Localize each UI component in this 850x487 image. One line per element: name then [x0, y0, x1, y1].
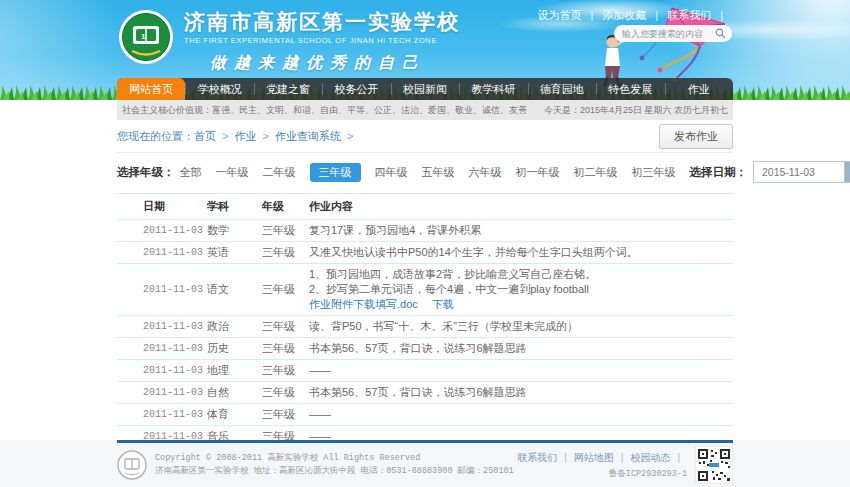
- cell-date: 2011-11-03: [117, 316, 207, 338]
- footer-link[interactable]: 校园动态: [630, 451, 687, 465]
- cell-date: 2011-11-03: [117, 382, 207, 404]
- footer-logo-icon: [117, 450, 147, 480]
- breadcrumb-link[interactable]: 作业查询系统: [275, 130, 359, 142]
- nav-item[interactable]: 教学科研: [459, 78, 527, 100]
- date-filter: 选择日期： 2015-11-03 ▼: [690, 161, 850, 183]
- table-row: 2011-11-03 自然 三年级 书本第56、57页，背口诀，说练习6解题思路: [117, 382, 733, 404]
- cell-content: 书本第56、57页，背口诀，说练习6解题思路: [309, 338, 733, 360]
- school-logo-icon: 1: [118, 9, 174, 65]
- search-input[interactable]: [620, 28, 715, 40]
- filter-row: 选择年级： 全部一年级二年级三年级四年级五年级六年级初一年级初二年级初三年级 选…: [117, 153, 733, 191]
- grade-filter[interactable]: 五年级: [422, 165, 455, 180]
- main-nav: 网站首页学校概况党建之窗校务公开校园新闻教学科研德育园地特色发展作业: [117, 78, 733, 100]
- nav-item[interactable]: 特色发展: [596, 78, 664, 100]
- homework-content: 书本第56、57页，背口诀，说练习6解题思路: [309, 385, 733, 400]
- homework-content: 1、预习园地四，成语故事2背，抄比喻意义写自己座右铭。2、抄写第二单元词语，每个…: [309, 267, 733, 297]
- homework-content: 又准又快地认读书中P50的14个生字，并给每个生字口头组两个词。: [309, 245, 733, 260]
- cell-grade: 三年级: [262, 404, 309, 426]
- cell-subject: 英语: [207, 242, 262, 264]
- homework-content: 书本第56、57页，背口诀，说练习6解题思路: [309, 341, 733, 356]
- footer-links: 联系我们网站地图校园动态: [517, 451, 687, 465]
- main-content: 您现在的位置：首页作业作业查询系统 发布作业 选择年级： 全部一年级二年级三年级…: [117, 120, 733, 448]
- nav-item[interactable]: 校务公开: [322, 78, 390, 100]
- homework-content: 读、背P50，书写“十、木、禾”三行（学校里未完成的）: [309, 319, 733, 334]
- breadcrumb-link[interactable]: 作业: [234, 130, 274, 142]
- cell-grade: 三年级: [262, 316, 309, 338]
- col-header-subject: 学科: [207, 194, 262, 220]
- date-select[interactable]: 2015-11-03 ▼: [753, 161, 850, 183]
- grade-filter[interactable]: 三年级: [310, 163, 361, 182]
- grade-filter[interactable]: 二年级: [263, 165, 296, 180]
- grade-filter[interactable]: 初一年级: [516, 165, 560, 180]
- footer-link[interactable]: 网站地图: [574, 451, 631, 465]
- nav-item[interactable]: 学校概况: [185, 78, 253, 100]
- cell-grade: 三年级: [262, 242, 309, 264]
- nav-item[interactable]: 网站首页: [117, 78, 185, 100]
- topbar-link[interactable]: 设为首页: [537, 8, 602, 23]
- cell-content: 又准又快地认读书中P50的14个生字，并给每个生字口头组两个词。: [309, 242, 733, 264]
- site-banner: 设为首页添加收藏联系我们 1 济南市高新区第一实验学校 THE FIRST E: [0, 0, 850, 100]
- cell-subject: 地理: [207, 360, 262, 382]
- school-slogan: 做越来越优秀的自己: [210, 53, 460, 74]
- cell-subject: 体育: [207, 404, 262, 426]
- cell-content: 复习17课，预习园地4，背课外积累: [309, 220, 733, 242]
- attachment-link[interactable]: 作业附件下载填写.doc: [309, 298, 418, 310]
- cell-subject: 历史: [207, 338, 262, 360]
- grade-filter[interactable]: 初二年级: [574, 165, 618, 180]
- chevron-down-icon[interactable]: ▼: [844, 162, 850, 182]
- cell-content: ——: [309, 360, 733, 382]
- copyright: Copyright © 2008-2011 高新实验学校 All Rights …: [155, 452, 514, 478]
- nav-item[interactable]: 德育园地: [528, 78, 596, 100]
- cell-subject: 政治: [207, 316, 262, 338]
- school-name: 济南市高新区第一实验学校: [184, 9, 460, 35]
- cell-subject: 语文: [207, 264, 262, 316]
- topbar-link[interactable]: 添加收藏: [602, 8, 667, 23]
- homework-content: 复习17课，预习园地4，背课外积累: [309, 223, 733, 238]
- table-row: 2011-11-03 地理 三年级 ——: [117, 360, 733, 382]
- date-select-value: 2015-11-03: [754, 162, 844, 182]
- values-bar: 社会主义核心价值观：富强、民主、文明、和谐、自由、平等、公正、法治、爱国、敬业、…: [117, 100, 733, 120]
- core-values-text: 社会主义核心价值观：富强、民主、文明、和谐、自由、平等、公正、法治、爱国、敬业、…: [122, 104, 527, 117]
- table-row: 2011-11-03 体育 三年级 ——: [117, 404, 733, 426]
- today-date: 今天是：2015年4月25日 星期六 农历七月初七: [544, 104, 728, 117]
- cell-date: 2011-11-03: [117, 338, 207, 360]
- nav-item[interactable]: 校园新闻: [391, 78, 459, 100]
- grade-filter-label: 选择年级：: [117, 165, 175, 180]
- col-header-date: 日期: [117, 194, 207, 220]
- date-filter-label: 选择日期：: [690, 165, 748, 180]
- footer-link[interactable]: 联系我们: [517, 451, 574, 465]
- nav-item[interactable]: 作业: [665, 78, 733, 100]
- footer: Copyright © 2008-2011 高新实验学校 All Rights …: [0, 440, 850, 487]
- search-icon[interactable]: [715, 28, 726, 39]
- cell-date: 2011-11-03: [117, 242, 207, 264]
- grade-filter[interactable]: 一年级: [216, 165, 249, 180]
- breadcrumb-link[interactable]: 首页: [194, 130, 234, 142]
- breadcrumb-row: 您现在的位置：首页作业作业查询系统 发布作业: [117, 120, 733, 153]
- grade-filter[interactable]: 全部: [180, 165, 202, 180]
- col-header-content: 作业内容: [309, 194, 733, 220]
- cell-content: ——: [309, 404, 733, 426]
- cell-grade: 三年级: [262, 220, 309, 242]
- search-box[interactable]: [614, 25, 732, 42]
- table-row: 2011-11-03 历史 三年级 书本第56、57页，背口诀，说练习6解题思路: [117, 338, 733, 360]
- cell-date: 2011-11-03: [117, 404, 207, 426]
- cell-grade: 三年级: [262, 264, 309, 316]
- school-name-en: THE FIRST EXPERIMENTAL SCHOOL OF JINAN H…: [184, 36, 460, 45]
- grade-filter-list: 全部一年级二年级三年级四年级五年级六年级初一年级初二年级初三年级: [180, 163, 690, 182]
- cell-subject: 数学: [207, 220, 262, 242]
- grade-filter[interactable]: 四年级: [375, 165, 408, 180]
- cell-subject: 自然: [207, 382, 262, 404]
- table-row: 2011-11-03 英语 三年级 又准又快地认读书中P50的14个生字，并给每…: [117, 242, 733, 264]
- cell-content: 读、背P50，书写“十、木、禾”三行（学校里未完成的）: [309, 316, 733, 338]
- grade-filter[interactable]: 六年级: [469, 165, 502, 180]
- breadcrumb-prefix: 您现在的位置：: [117, 130, 194, 142]
- topbar-link[interactable]: 联系我们: [667, 8, 732, 23]
- cell-content: 书本第56、57页，背口诀，说练习6解题思路: [309, 382, 733, 404]
- download-link[interactable]: 下载: [432, 298, 454, 310]
- nav-item[interactable]: 党建之窗: [254, 78, 322, 100]
- page: 设为首页添加收藏联系我们 1 济南市高新区第一实验学校 THE FIRST E: [0, 0, 850, 448]
- grade-filter[interactable]: 初三年级: [632, 165, 676, 180]
- school-brand: 1 济南市高新区第一实验学校 THE FIRST EXPERIMENTAL SC…: [118, 9, 460, 74]
- cell-grade: 三年级: [262, 360, 309, 382]
- publish-homework-button[interactable]: 发布作业: [659, 124, 733, 149]
